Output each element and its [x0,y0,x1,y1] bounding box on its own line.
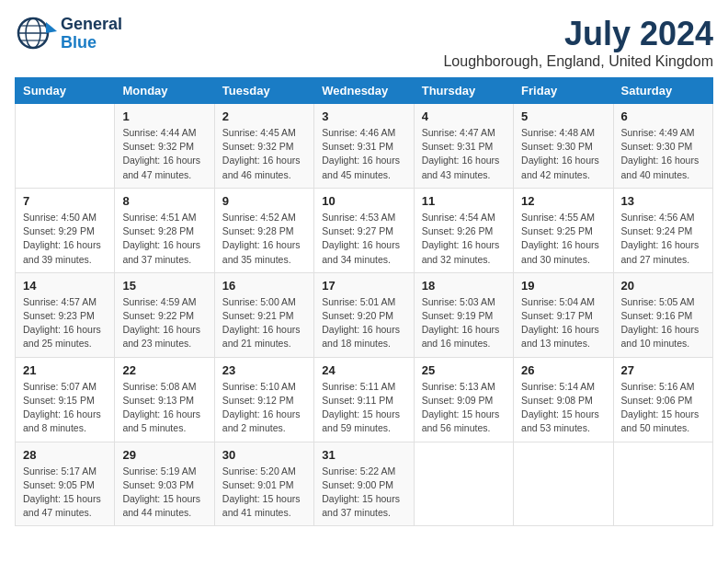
calendar-cell: 2Sunrise: 4:45 AM Sunset: 9:32 PM Daylig… [214,104,313,189]
calendar-cell: 21Sunrise: 5:07 AM Sunset: 9:15 PM Dayli… [16,357,115,442]
day-info: Sunrise: 4:45 AM Sunset: 9:32 PM Dayligh… [222,126,306,182]
day-info: Sunrise: 4:54 AM Sunset: 9:26 PM Dayligh… [422,211,506,267]
week-row-2: 7Sunrise: 4:50 AM Sunset: 9:29 PM Daylig… [16,188,713,272]
day-number: 1 [122,109,206,123]
calendar-cell: 6Sunrise: 4:49 AM Sunset: 9:30 PM Daylig… [613,104,712,189]
day-number: 2 [222,109,306,123]
day-info: Sunrise: 5:10 AM Sunset: 9:12 PM Dayligh… [222,380,306,436]
day-info: Sunrise: 4:51 AM Sunset: 9:28 PM Dayligh… [122,211,206,267]
day-number: 13 [621,194,705,208]
day-number: 6 [621,109,705,123]
day-number: 4 [422,109,506,123]
day-info: Sunrise: 5:16 AM Sunset: 9:06 PM Dayligh… [621,380,705,436]
day-number: 16 [222,279,306,293]
day-number: 17 [322,279,405,293]
calendar-cell: 17Sunrise: 5:01 AM Sunset: 9:20 PM Dayli… [314,272,414,357]
logo-blue: Blue [61,34,122,52]
calendar-cell: 8Sunrise: 4:51 AM Sunset: 9:28 PM Daylig… [115,188,214,272]
logo-general: General [61,16,122,34]
day-info: Sunrise: 4:55 AM Sunset: 9:25 PM Dayligh… [521,211,605,267]
day-number: 23 [222,363,306,377]
calendar-cell: 4Sunrise: 4:47 AM Sunset: 9:31 PM Daylig… [414,104,513,189]
day-number: 25 [422,363,506,377]
logo-icon [15,15,59,53]
day-info: Sunrise: 5:20 AM Sunset: 9:01 PM Dayligh… [222,465,306,521]
day-number: 14 [23,279,107,293]
day-info: Sunrise: 4:56 AM Sunset: 9:24 PM Dayligh… [621,211,705,267]
calendar-cell: 29Sunrise: 5:19 AM Sunset: 9:03 PM Dayli… [115,442,214,526]
day-info: Sunrise: 5:07 AM Sunset: 9:15 PM Dayligh… [23,380,107,436]
day-number: 31 [322,448,405,462]
day-info: Sunrise: 5:22 AM Sunset: 9:00 PM Dayligh… [322,465,405,521]
day-info: Sunrise: 5:13 AM Sunset: 9:09 PM Dayligh… [422,380,506,436]
day-number: 20 [621,279,705,293]
calendar-cell: 12Sunrise: 4:55 AM Sunset: 9:25 PM Dayli… [514,188,613,272]
calendar-cell [16,104,115,189]
calendar-cell [613,442,712,526]
day-number: 12 [521,194,605,208]
day-number: 10 [322,194,405,208]
header-row: Sunday Monday Tuesday Wednesday Thursday… [16,78,713,104]
calendar-cell: 26Sunrise: 5:14 AM Sunset: 9:08 PM Dayli… [514,357,613,442]
day-number: 11 [422,194,506,208]
day-info: Sunrise: 4:59 AM Sunset: 9:22 PM Dayligh… [122,295,206,351]
calendar-cell: 19Sunrise: 5:04 AM Sunset: 9:17 PM Dayli… [514,272,613,357]
week-row-3: 14Sunrise: 4:57 AM Sunset: 9:23 PM Dayli… [16,272,713,357]
day-info: Sunrise: 4:49 AM Sunset: 9:30 PM Dayligh… [621,126,705,182]
calendar-cell: 1Sunrise: 4:44 AM Sunset: 9:32 PM Daylig… [115,104,214,189]
day-info: Sunrise: 5:01 AM Sunset: 9:20 PM Dayligh… [322,295,405,351]
calendar-cell: 22Sunrise: 5:08 AM Sunset: 9:13 PM Dayli… [115,357,214,442]
day-number: 7 [23,194,107,208]
calendar-cell: 15Sunrise: 4:59 AM Sunset: 9:22 PM Dayli… [115,272,214,357]
col-friday: Friday [514,78,613,104]
calendar-cell: 20Sunrise: 5:05 AM Sunset: 9:16 PM Dayli… [613,272,712,357]
calendar-cell: 25Sunrise: 5:13 AM Sunset: 9:09 PM Dayli… [414,357,513,442]
day-info: Sunrise: 4:53 AM Sunset: 9:27 PM Dayligh… [322,211,405,267]
calendar-cell: 24Sunrise: 5:11 AM Sunset: 9:11 PM Dayli… [314,357,414,442]
day-info: Sunrise: 4:46 AM Sunset: 9:31 PM Dayligh… [322,126,405,182]
day-info: Sunrise: 5:11 AM Sunset: 9:11 PM Dayligh… [322,380,405,436]
day-number: 18 [422,279,506,293]
day-info: Sunrise: 5:04 AM Sunset: 9:17 PM Dayligh… [521,295,605,351]
day-number: 15 [122,279,206,293]
month-title: July 2024 [443,15,713,53]
day-info: Sunrise: 4:48 AM Sunset: 9:30 PM Dayligh… [521,126,605,182]
calendar-cell: 10Sunrise: 4:53 AM Sunset: 9:27 PM Dayli… [314,188,414,272]
col-saturday: Saturday [613,78,712,104]
day-number: 21 [23,363,107,377]
day-number: 3 [322,109,405,123]
location: Loughborough, England, United Kingdom [443,53,713,70]
day-info: Sunrise: 4:52 AM Sunset: 9:28 PM Dayligh… [222,211,306,267]
week-row-4: 21Sunrise: 5:07 AM Sunset: 9:15 PM Dayli… [16,357,713,442]
calendar-cell: 23Sunrise: 5:10 AM Sunset: 9:12 PM Dayli… [214,357,313,442]
calendar-cell: 9Sunrise: 4:52 AM Sunset: 9:28 PM Daylig… [214,188,313,272]
day-number: 24 [322,363,405,377]
day-info: Sunrise: 5:08 AM Sunset: 9:13 PM Dayligh… [122,380,206,436]
calendar-cell: 31Sunrise: 5:22 AM Sunset: 9:00 PM Dayli… [314,442,414,526]
day-info: Sunrise: 5:05 AM Sunset: 9:16 PM Dayligh… [621,295,705,351]
calendar-cell: 28Sunrise: 5:17 AM Sunset: 9:05 PM Dayli… [16,442,115,526]
title-area: July 2024 Loughborough, England, United … [443,15,713,70]
day-number: 27 [621,363,705,377]
day-number: 9 [222,194,306,208]
day-number: 8 [122,194,206,208]
calendar-cell: 7Sunrise: 4:50 AM Sunset: 9:29 PM Daylig… [16,188,115,272]
svg-marker-5 [46,22,57,33]
calendar-table: Sunday Monday Tuesday Wednesday Thursday… [15,77,713,526]
week-row-1: 1Sunrise: 4:44 AM Sunset: 9:32 PM Daylig… [16,104,713,189]
col-tuesday: Tuesday [214,78,313,104]
day-number: 22 [122,363,206,377]
calendar-cell: 27Sunrise: 5:16 AM Sunset: 9:06 PM Dayli… [613,357,712,442]
day-info: Sunrise: 5:17 AM Sunset: 9:05 PM Dayligh… [23,465,107,521]
calendar-cell: 3Sunrise: 4:46 AM Sunset: 9:31 PM Daylig… [314,104,414,189]
day-info: Sunrise: 4:47 AM Sunset: 9:31 PM Dayligh… [422,126,506,182]
col-sunday: Sunday [16,78,115,104]
day-number: 29 [122,448,206,462]
calendar-cell: 11Sunrise: 4:54 AM Sunset: 9:26 PM Dayli… [414,188,513,272]
day-number: 26 [521,363,605,377]
day-info: Sunrise: 5:03 AM Sunset: 9:19 PM Dayligh… [422,295,506,351]
day-number: 30 [222,448,306,462]
day-info: Sunrise: 5:19 AM Sunset: 9:03 PM Dayligh… [122,465,206,521]
week-row-5: 28Sunrise: 5:17 AM Sunset: 9:05 PM Dayli… [16,442,713,526]
logo: General Blue [15,15,122,53]
